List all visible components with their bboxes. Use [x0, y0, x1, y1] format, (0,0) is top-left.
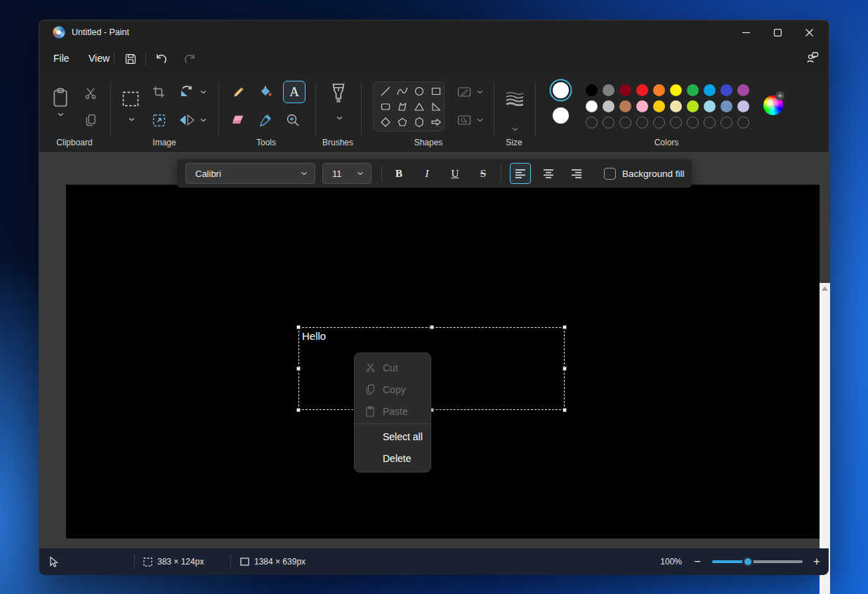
zoom-slider-thumb[interactable]: [742, 556, 754, 567]
size-dropdown[interactable]: [509, 125, 520, 133]
custom-color-slot[interactable]: [687, 117, 699, 128]
custom-color-slot[interactable]: [619, 117, 631, 128]
shape-curve[interactable]: [397, 86, 408, 97]
custom-color-slot[interactable]: [653, 117, 665, 128]
size-button[interactable]: [504, 89, 524, 107]
save-button[interactable]: [123, 51, 138, 66]
vertical-scrollbar[interactable]: [820, 283, 830, 594]
palette-color-swatch[interactable]: [670, 100, 682, 112]
custom-color-slot[interactable]: [603, 117, 614, 128]
brushes-button[interactable]: [329, 82, 348, 105]
resize-handle-nw[interactable]: [296, 325, 301, 329]
palette-color-swatch[interactable]: [653, 84, 665, 96]
custom-color-slot[interactable]: [586, 117, 598, 128]
custom-color-slot[interactable]: [636, 117, 648, 128]
bold-button[interactable]: B: [388, 163, 409, 184]
palette-color-swatch[interactable]: [687, 84, 699, 96]
color1-swatch[interactable]: [553, 82, 569, 98]
color-picker-tool[interactable]: [258, 112, 273, 128]
custom-color-slot[interactable]: [737, 117, 749, 128]
palette-color-swatch[interactable]: [737, 84, 749, 96]
palette-color-swatch[interactable]: [670, 84, 682, 96]
palette-color-swatch[interactable]: [586, 100, 598, 112]
shape-fill-button[interactable]: [456, 113, 473, 127]
font-family-dropdown[interactable]: Calibri: [185, 163, 315, 184]
custom-color-slot[interactable]: [670, 117, 682, 128]
eraser-tool[interactable]: [230, 112, 246, 128]
zoom-in-button[interactable]: +: [809, 548, 824, 575]
color2-swatch[interactable]: [553, 107, 569, 124]
rotate-dropdown[interactable]: [198, 88, 208, 96]
resize-handle-se[interactable]: [563, 408, 567, 412]
italic-button[interactable]: I: [416, 163, 438, 184]
palette-color-swatch[interactable]: [603, 84, 614, 96]
crop-button[interactable]: [151, 85, 166, 99]
close-button[interactable]: [794, 20, 825, 44]
shape-outline-button[interactable]: [456, 85, 473, 99]
background-fill-checkbox[interactable]: [604, 168, 616, 180]
redo-button[interactable]: [182, 51, 197, 66]
align-left-button[interactable]: [510, 163, 531, 184]
palette-color-swatch[interactable]: [586, 84, 598, 96]
custom-color-slot[interactable]: [721, 117, 732, 128]
select-button[interactable]: [121, 90, 140, 108]
undo-button[interactable]: [154, 51, 169, 66]
flip-dropdown[interactable]: [198, 116, 208, 124]
palette-color-swatch[interactable]: [636, 100, 648, 112]
resize-handle-n[interactable]: [430, 325, 434, 329]
drawing-canvas[interactable]: Hello CutCopyPasteSelect allDelete: [66, 185, 820, 539]
palette-color-swatch[interactable]: [603, 100, 614, 112]
shape-outline-dropdown[interactable]: [475, 88, 485, 96]
shape-ellipse[interactable]: [414, 86, 425, 97]
brushes-dropdown[interactable]: [334, 114, 345, 122]
minimize-button[interactable]: [730, 20, 762, 44]
shape-pentagon[interactable]: [397, 117, 408, 128]
paste-button[interactable]: [51, 85, 70, 110]
context-menu-item-delete[interactable]: Delete: [355, 447, 430, 469]
select-dropdown[interactable]: [126, 115, 137, 124]
file-menu[interactable]: File: [45, 48, 78, 69]
resize-handle-sw[interactable]: [296, 408, 301, 412]
zoom-out-button[interactable]: −: [690, 548, 705, 575]
palette-color-swatch[interactable]: [687, 100, 699, 112]
magnifier-tool[interactable]: [285, 112, 301, 128]
palette-color-swatch[interactable]: [721, 84, 732, 96]
shape-hexagon[interactable]: [414, 117, 425, 128]
rotate-button[interactable]: [178, 85, 195, 99]
resize-handle-w[interactable]: [296, 367, 301, 371]
underline-button[interactable]: U: [445, 163, 466, 184]
canvas-text[interactable]: Hello: [302, 330, 326, 342]
shape-polygon[interactable]: [397, 101, 408, 112]
palette-color-swatch[interactable]: [721, 100, 732, 112]
fill-tool[interactable]: [258, 84, 273, 100]
strikethrough-button[interactable]: S: [473, 163, 494, 184]
palette-color-swatch[interactable]: [653, 100, 665, 112]
view-menu[interactable]: View: [80, 48, 118, 69]
paste-dropdown[interactable]: [55, 110, 66, 119]
cut-button[interactable]: [83, 86, 98, 100]
shape-diamond[interactable]: [380, 117, 391, 128]
palette-color-swatch[interactable]: [636, 84, 648, 96]
zoom-slider[interactable]: [712, 560, 803, 563]
align-right-button[interactable]: [566, 163, 587, 184]
resize-button[interactable]: [151, 113, 166, 127]
shape-rounded-rectangle[interactable]: [380, 101, 391, 112]
shape-line[interactable]: [380, 86, 391, 97]
palette-color-swatch[interactable]: [619, 100, 631, 112]
scroll-up-icon[interactable]: [822, 286, 828, 291]
text-selection-box[interactable]: Hello: [298, 327, 565, 410]
align-center-button[interactable]: [538, 163, 559, 184]
context-menu-item-select-all[interactable]: Select all: [355, 425, 430, 447]
maximize-button[interactable]: [762, 20, 794, 44]
shape-triangle[interactable]: [414, 101, 425, 112]
palette-color-swatch[interactable]: [704, 84, 716, 96]
feedback-button[interactable]: [805, 50, 820, 65]
text-tool[interactable]: A: [283, 81, 305, 103]
pencil-tool[interactable]: [230, 84, 246, 100]
palette-color-swatch[interactable]: [619, 84, 631, 96]
shape-rectangle[interactable]: [430, 86, 442, 97]
palette-color-swatch[interactable]: [737, 100, 749, 112]
custom-color-slot[interactable]: [704, 117, 716, 128]
copy-button[interactable]: [83, 113, 98, 127]
resize-handle-e[interactable]: [563, 367, 567, 371]
